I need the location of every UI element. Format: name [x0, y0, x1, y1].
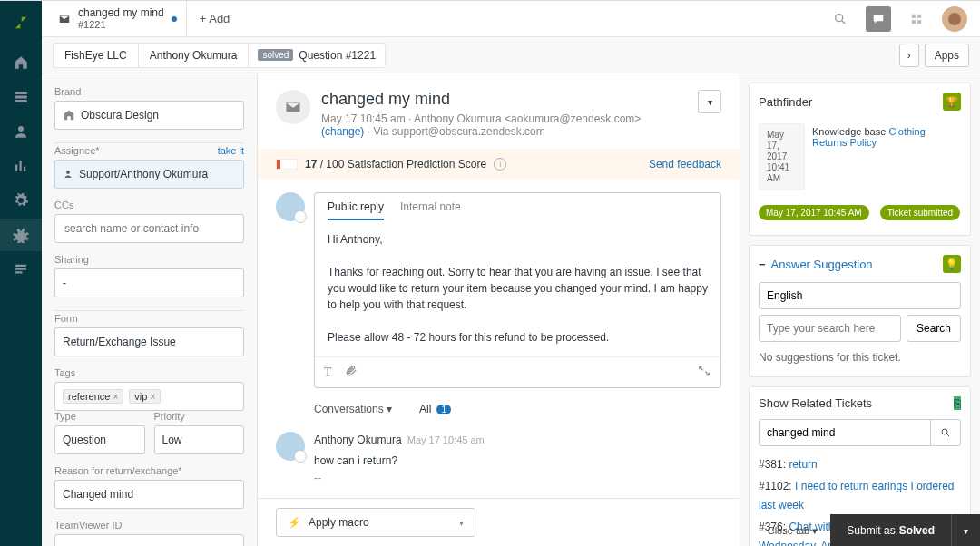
- tag-remove-icon[interactable]: ×: [113, 392, 118, 402]
- apps-button[interactable]: Apps: [925, 44, 969, 67]
- field-form[interactable]: Return/Exchange Issue: [54, 327, 244, 356]
- field-ccs[interactable]: [54, 214, 244, 243]
- brand-value: Obscura Design: [81, 109, 159, 122]
- tag-chip: reference×: [63, 389, 123, 404]
- mail-icon: [58, 13, 71, 25]
- tag-remove-icon[interactable]: ×: [150, 392, 155, 402]
- person-icon: [63, 169, 74, 180]
- crumb-ticket-label: Question #1221: [299, 49, 376, 62]
- tab-public-reply[interactable]: Public reply: [328, 200, 384, 220]
- related-row: #1102: I need to return earings I ordere…: [759, 477, 961, 514]
- nav-home[interactable]: [0, 46, 42, 79]
- reason-value: Changed mind: [63, 488, 133, 501]
- nav-customers[interactable]: [0, 115, 42, 148]
- field-assignee[interactable]: Support/Anthony Okumura: [54, 160, 244, 189]
- change-requester-link[interactable]: (change): [321, 125, 364, 138]
- label-tags: Tags: [54, 367, 244, 378]
- apply-macro-dropdown[interactable]: ⚡ Apply macro ▾: [276, 508, 475, 537]
- field-teamviewer[interactable]: [54, 534, 244, 546]
- answer-search-input[interactable]: [759, 315, 901, 342]
- field-reason[interactable]: Changed mind: [54, 480, 244, 509]
- field-priority[interactable]: Low: [154, 425, 245, 454]
- text-format-icon[interactable]: T: [324, 366, 332, 380]
- next-ticket-button[interactable]: ›: [899, 44, 919, 67]
- take-it-link[interactable]: take it: [218, 145, 244, 156]
- timeline-event: Knowledge base Clothing Returns Policy: [812, 123, 961, 190]
- message-text: how can i return?: [314, 453, 485, 470]
- logo-icon: [8, 10, 34, 35]
- label-form: Form: [54, 313, 244, 324]
- ticket-title: changed my mind: [321, 90, 687, 109]
- svg-point-0: [836, 14, 843, 21]
- unsaved-dot-icon: [172, 16, 177, 22]
- user-avatar[interactable]: [942, 6, 967, 32]
- timeline-date: May 17, 2017 10:41 AM: [759, 123, 805, 190]
- svg-rect-3: [912, 20, 916, 24]
- conversations-all[interactable]: All1: [419, 403, 451, 415]
- tab-bar: changed my mind #1221 + Add: [42, 1, 980, 37]
- related-title: Show Related Tickets: [759, 396, 872, 410]
- apps-grid-icon[interactable]: [904, 6, 929, 32]
- field-brand[interactable]: Obscura Design: [54, 101, 244, 130]
- field-sharing[interactable]: -: [54, 268, 244, 297]
- tab-id: #1221: [78, 19, 164, 30]
- expand-icon[interactable]: [697, 365, 711, 380]
- type-value: Question: [63, 434, 106, 446]
- attachment-icon[interactable]: [345, 365, 358, 380]
- answer-search-button[interactable]: Search: [906, 315, 961, 342]
- ticket-tab[interactable]: changed my mind #1221: [49, 1, 187, 37]
- breadcrumb-bar: FishEye LLC Anthony Okumura solved Quest…: [42, 37, 980, 73]
- ticket-menu-button[interactable]: ▾: [698, 90, 721, 113]
- search-icon[interactable]: [828, 6, 853, 32]
- reply-textarea[interactable]: Hi Anthony, Thanks for reaching out. Sor…: [315, 220, 720, 356]
- score-meter-icon: [276, 159, 298, 170]
- label-assignee: Assignee*take it: [54, 145, 244, 156]
- tab-title: changed my mind: [78, 7, 164, 19]
- field-tags[interactable]: reference× vip×: [54, 382, 244, 411]
- crumb-org[interactable]: FishEye LLC: [53, 43, 138, 68]
- tag-chip: vip×: [129, 389, 161, 404]
- label-ccs: CCs: [54, 200, 244, 210]
- status-chip: solved: [258, 49, 293, 61]
- bolt-icon: ⚡: [288, 516, 301, 529]
- tab-internal-note[interactable]: Internal note: [400, 200, 461, 220]
- form-value: Return/Exchange Issue: [63, 336, 176, 348]
- nav-views[interactable]: [0, 81, 42, 113]
- add-label: Add: [209, 12, 230, 25]
- info-icon[interactable]: i: [494, 158, 506, 171]
- answer-language[interactable]: [759, 282, 961, 309]
- nav-admin[interactable]: [0, 184, 42, 217]
- answer-title[interactable]: Answer Suggestion: [759, 258, 873, 271]
- crumb-person[interactable]: Anthony Okumura: [138, 43, 249, 68]
- assignee-value: Support/Anthony Okumura: [79, 168, 208, 180]
- message-time: May 17 10:45 am: [407, 434, 485, 445]
- add-tab-button[interactable]: + Add: [187, 12, 243, 25]
- close-tab-button[interactable]: Close tab ▾: [755, 525, 831, 537]
- nav-app-1[interactable]: [0, 219, 42, 251]
- bulb-icon: 💡: [943, 255, 961, 273]
- label-type: Type: [54, 411, 145, 422]
- crumb-ticket[interactable]: solved Question #1221: [248, 43, 386, 68]
- ccs-input[interactable]: [63, 221, 236, 236]
- pathfinder-panel: Pathfinder🏆 May 17, 2017 10:41 AM Knowle…: [749, 83, 971, 236]
- related-search-button[interactable]: [931, 419, 961, 446]
- conversations-dropdown[interactable]: Conversations ▾: [314, 403, 392, 415]
- trophy-icon: 🏆: [943, 93, 961, 111]
- primary-nav: [0, 1, 42, 546]
- chevron-down-icon: ▾: [459, 518, 464, 528]
- answer-suggestion-panel: Answer Suggestion💡 Search No suggestions…: [749, 245, 971, 377]
- nav-app-2[interactable]: [0, 253, 42, 286]
- nav-reports[interactable]: [0, 150, 42, 182]
- submit-dropdown[interactable]: ▾: [951, 514, 980, 546]
- channel-mail-icon: [276, 90, 310, 124]
- related-search-input[interactable]: [759, 419, 931, 446]
- field-type[interactable]: Question: [54, 425, 145, 454]
- send-feedback-link[interactable]: Send feedback: [649, 158, 721, 171]
- submit-button[interactable]: Submit as Solved: [830, 514, 951, 546]
- svg-rect-1: [912, 14, 916, 17]
- ticket-header: changed my mind May 17 10:45 am · Anthon…: [258, 73, 740, 149]
- chat-icon[interactable]: [866, 6, 891, 32]
- teamviewer-input[interactable]: [63, 541, 236, 546]
- related-link[interactable]: return: [789, 458, 817, 471]
- apps-sidebar: Pathfinder🏆 May 17, 2017 10:41 AM Knowle…: [740, 73, 980, 546]
